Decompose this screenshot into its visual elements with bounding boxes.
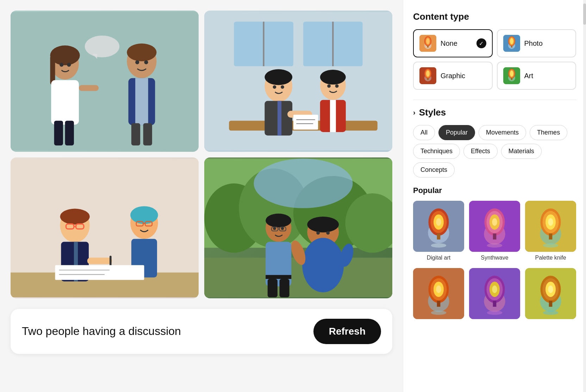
style-5[interactable]	[469, 268, 520, 322]
svg-rect-133	[549, 234, 553, 239]
svg-rect-19	[143, 123, 152, 145]
svg-point-14	[135, 60, 139, 64]
content-type-graphic[interactable]: Graphic	[413, 62, 493, 90]
style-digital-art-thumb	[413, 201, 464, 252]
svg-rect-51	[87, 257, 112, 264]
svg-point-5	[67, 63, 71, 67]
refresh-button[interactable]: Refresh	[313, 319, 381, 344]
svg-rect-157	[549, 301, 553, 307]
filter-materials[interactable]: Materials	[501, 144, 542, 159]
svg-point-4	[60, 63, 63, 67]
svg-point-27	[264, 69, 292, 85]
scrollbar-thumb[interactable]	[583, 4, 586, 25]
svg-point-109	[510, 70, 513, 77]
svg-rect-7	[54, 121, 63, 145]
svg-point-116	[436, 218, 441, 226]
svg-rect-98	[511, 45, 512, 48]
svg-rect-141	[437, 301, 441, 307]
style-6[interactable]	[525, 268, 576, 322]
left-panel: Two people having a discussion Refresh	[0, 0, 403, 392]
svg-point-54	[130, 206, 158, 224]
check-icon: ✓	[476, 38, 486, 48]
filter-popular[interactable]: Popular	[438, 125, 475, 140]
svg-rect-6	[51, 80, 79, 124]
image-cartoon-discussion[interactable]	[11, 11, 199, 152]
style-digital-art[interactable]: Digital art	[413, 201, 464, 261]
content-type-none-thumb	[419, 35, 436, 52]
svg-rect-9	[79, 85, 99, 91]
svg-point-82	[316, 231, 320, 235]
svg-rect-52	[110, 255, 112, 266]
chevron-right-icon[interactable]: ›	[413, 108, 416, 117]
content-type-photo[interactable]: Photo	[497, 29, 576, 57]
image-cartoon-meeting[interactable]	[204, 11, 392, 152]
style-palette-knife-label: Palette knife	[535, 255, 566, 261]
svg-point-83	[326, 231, 330, 235]
popular-title: Popular	[413, 186, 576, 195]
content-type-photo-label: Photo	[524, 39, 570, 48]
svg-point-91	[426, 38, 430, 44]
content-type-none[interactable]: None ✓	[413, 29, 493, 57]
svg-rect-117	[437, 234, 441, 239]
style-palette-knife[interactable]: Palette knife	[525, 201, 576, 261]
image-photo-couple[interactable]	[204, 157, 392, 299]
svg-point-68	[254, 158, 353, 208]
style-grid-row2	[413, 268, 576, 322]
svg-point-150	[487, 311, 503, 315]
svg-point-124	[492, 218, 497, 226]
content-type-art[interactable]: Art	[497, 62, 576, 90]
style-palette-knife-thumb	[525, 201, 576, 252]
image-grid	[11, 11, 392, 298]
prompt-text: Two people having a discussion	[22, 324, 181, 339]
styles-title: Styles	[419, 107, 446, 118]
svg-point-84	[302, 238, 344, 292]
content-type-art-label: Art	[524, 72, 570, 80]
svg-point-13	[127, 43, 156, 61]
svg-rect-149	[493, 301, 497, 307]
content-type-art-thumb	[503, 67, 520, 84]
svg-point-97	[510, 38, 513, 44]
svg-point-31	[281, 85, 284, 89]
style-synthwave-thumb	[469, 201, 520, 252]
filter-effects[interactable]: Effects	[463, 144, 498, 159]
filter-all[interactable]: All	[413, 125, 435, 140]
style-synthwave-label: Synthwave	[481, 255, 508, 261]
svg-rect-78	[268, 279, 278, 297]
style-6-thumb	[525, 268, 576, 319]
filter-techniques[interactable]: Techniques	[413, 144, 460, 159]
svg-point-118	[431, 243, 447, 248]
svg-point-37	[327, 84, 331, 88]
svg-rect-92	[427, 45, 429, 48]
svg-point-70	[266, 213, 291, 227]
svg-rect-104	[427, 78, 429, 80]
filter-concepts[interactable]: Concepts	[413, 162, 455, 178]
filter-themes[interactable]: Themes	[530, 125, 567, 140]
content-type-graphic-thumb	[419, 67, 436, 84]
svg-point-45	[60, 209, 90, 224]
svg-point-126	[487, 243, 503, 248]
style-5-thumb	[469, 268, 520, 319]
style-synthwave[interactable]: Synthwave	[469, 201, 520, 261]
style-filters: All Popular Movements Themes Techniques …	[413, 125, 576, 178]
svg-rect-39	[293, 115, 318, 130]
filter-movements[interactable]: Movements	[479, 125, 526, 140]
svg-rect-18	[131, 123, 140, 145]
scrollbar-track[interactable]	[583, 0, 586, 392]
svg-rect-0	[11, 12, 199, 150]
image-cartoon-signing[interactable]	[11, 157, 199, 299]
svg-point-158	[543, 311, 559, 315]
svg-rect-125	[493, 234, 497, 239]
style-grid-row1: Digital art Synthwave Palette knife	[413, 201, 576, 261]
content-type-title: Content type	[413, 11, 576, 22]
svg-rect-67	[204, 257, 392, 297]
style-4[interactable]	[413, 268, 464, 322]
svg-rect-8	[65, 121, 74, 145]
content-type-none-label: None	[441, 39, 472, 48]
prompt-bar: Two people having a discussion Refresh	[11, 309, 392, 354]
svg-point-81	[307, 216, 339, 232]
content-type-photo-thumb	[503, 35, 520, 52]
svg-point-10	[85, 36, 119, 57]
svg-rect-29	[278, 101, 281, 135]
svg-point-134	[543, 243, 559, 248]
styles-header: › Styles	[413, 107, 576, 118]
